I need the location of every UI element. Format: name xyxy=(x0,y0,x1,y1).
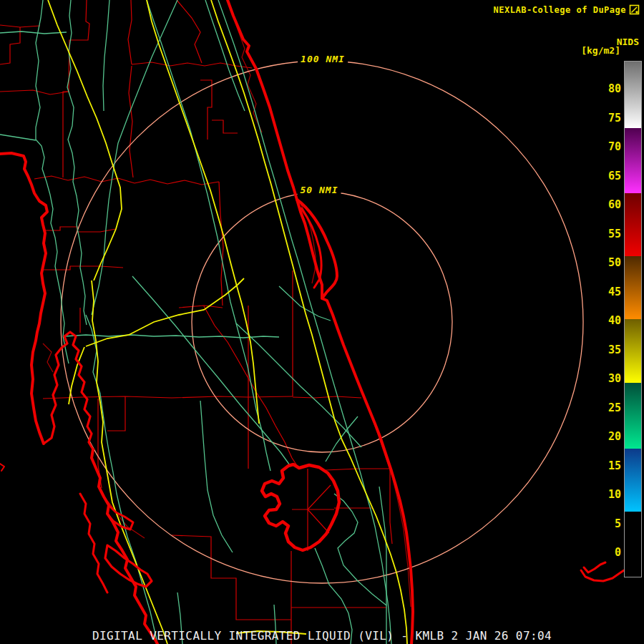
county-lines xyxy=(0,0,392,644)
color-scale-segment xyxy=(625,449,641,512)
radar-viewer: NEXLAB-College of DuPage NIDS [kg/m2] 80… xyxy=(0,0,644,644)
color-scale-tick-label: 15 xyxy=(597,459,621,472)
color-scale-tick-label: 25 xyxy=(597,401,621,414)
lake-okeechobee-outline xyxy=(262,464,339,550)
color-scale-tick-label: 75 xyxy=(597,112,621,125)
color-scale-segment xyxy=(625,512,641,577)
range-ring-100nmi xyxy=(61,61,583,583)
brand-header: NEXLAB-College of DuPage xyxy=(494,4,640,15)
grand-bahama-outline xyxy=(584,562,605,572)
color-scale-tick-label: 50 xyxy=(597,256,621,269)
color-scale-tick-label: 65 xyxy=(597,170,621,182)
color-scale-tick-label: 70 xyxy=(597,140,621,153)
product-title: DIGITAL VERTICALLY INTEGRATED LIQUID (VI… xyxy=(0,629,644,643)
range-ring-label-100nmi: 100 NMI xyxy=(298,54,348,64)
color-scale-segment xyxy=(625,62,641,128)
color-scale-tick-label: 10 xyxy=(597,488,621,501)
color-scale-tick-label: 55 xyxy=(597,228,621,240)
color-scale-tick-label: 0 xyxy=(597,546,621,559)
box-arrow-logo-icon xyxy=(629,4,640,15)
color-scale-tick-label: 40 xyxy=(597,314,621,327)
units-label: [kg/m2] xyxy=(581,45,620,56)
brand-text: NEXLAB-College of DuPage xyxy=(494,5,626,15)
color-scale-tick-label: 45 xyxy=(597,286,621,298)
color-scale-tick-label: 5 xyxy=(597,517,621,530)
radar-map xyxy=(0,0,644,644)
color-scale-tick-label: 60 xyxy=(597,198,621,211)
color-scale-bar xyxy=(624,61,642,577)
color-scale-segment xyxy=(625,319,641,383)
water-detail-lines xyxy=(43,7,411,607)
color-scale-tick-label: 35 xyxy=(597,343,621,356)
roads-primary xyxy=(48,0,407,644)
color-scale-tick-label: 30 xyxy=(597,372,621,385)
color-scale-tick-label: 20 xyxy=(597,430,621,443)
range-ring-label-50nmi: 50 NMI xyxy=(298,185,341,195)
color-scale-segment xyxy=(625,256,641,319)
roads-secondary xyxy=(0,0,391,644)
range-rings xyxy=(61,61,583,583)
coastline xyxy=(0,0,624,644)
color-scale-segment xyxy=(625,383,641,449)
color-scale-tick-label: 80 xyxy=(597,82,621,95)
color-scale-segment xyxy=(625,128,641,193)
color-scale-segment xyxy=(625,193,641,256)
